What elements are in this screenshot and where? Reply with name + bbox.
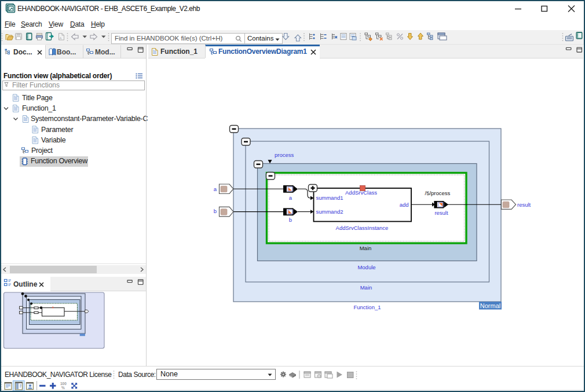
svg-text:process: process <box>275 152 294 158</box>
svg-text:a: a <box>289 195 292 201</box>
svg-text:A: A <box>60 36 62 40</box>
svg-text:100: 100 <box>60 382 67 386</box>
svg-text:add: add <box>400 202 409 208</box>
svg-text:result: result <box>517 202 531 208</box>
svg-text:b: b <box>214 208 217 214</box>
svg-text:Module: Module <box>357 264 375 270</box>
svg-text:result: result <box>434 210 448 216</box>
svg-text:summand1: summand1 <box>316 195 343 201</box>
svg-text:summand2: summand2 <box>316 208 343 215</box>
svg-text:Main: Main <box>360 245 372 251</box>
svg-text:Main: Main <box>360 284 372 291</box>
svg-text:%: % <box>61 386 65 390</box>
svg-text:AddSrvClassInstance: AddSrvClassInstance <box>336 225 389 231</box>
svg-text:Normal: Normal <box>480 302 500 309</box>
svg-text:Function_1: Function_1 <box>353 304 381 310</box>
svg-text:b: b <box>289 217 292 223</box>
svg-text:AddSrvClass: AddSrvClass <box>345 189 377 196</box>
svg-text:a: a <box>214 186 217 192</box>
svg-text:/5/process: /5/process <box>425 190 451 196</box>
